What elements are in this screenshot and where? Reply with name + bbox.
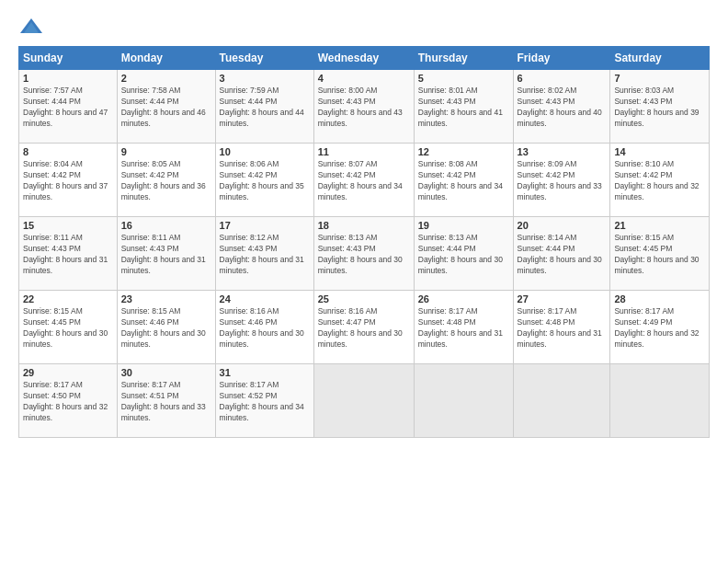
day-detail: Sunrise: 8:15 AMSunset: 4:45 PMDaylight:… [23,306,108,349]
day-number: 30 [121,367,211,378]
day-cell: 15Sunrise: 8:11 AMSunset: 4:43 PMDayligh… [19,217,118,291]
day-detail: Sunrise: 8:08 AMSunset: 4:42 PMDaylight:… [418,159,503,201]
day-detail: Sunrise: 8:01 AMSunset: 4:43 PMDaylight:… [418,86,503,128]
header-cell-sunday: Sunday [19,47,118,70]
day-detail: Sunrise: 8:17 AMSunset: 4:51 PMDaylight:… [121,380,206,422]
day-cell: 16Sunrise: 8:11 AMSunset: 4:43 PMDayligh… [117,217,215,291]
day-detail: Sunrise: 8:17 AMSunset: 4:49 PMDaylight:… [614,306,699,349]
day-cell: 27Sunrise: 8:17 AMSunset: 4:48 PMDayligh… [513,291,610,364]
day-detail: Sunrise: 8:17 AMSunset: 4:50 PMDaylight:… [23,380,108,422]
day-cell: 12Sunrise: 8:08 AMSunset: 4:42 PMDayligh… [414,144,513,217]
day-cell: 7Sunrise: 8:03 AMSunset: 4:43 PMDaylight… [610,70,710,144]
header [18,17,710,37]
day-detail: Sunrise: 8:00 AMSunset: 4:43 PMDaylight:… [318,86,403,128]
day-number: 27 [518,293,607,304]
day-cell: 25Sunrise: 8:16 AMSunset: 4:47 PMDayligh… [313,291,414,364]
header-row: SundayMondayTuesdayWednesdayThursdayFrid… [19,47,710,70]
week-row-4: 22Sunrise: 8:15 AMSunset: 4:45 PMDayligh… [19,291,710,364]
day-cell [610,364,710,438]
day-detail: Sunrise: 8:09 AMSunset: 4:42 PMDaylight:… [518,159,602,201]
day-cell: 20Sunrise: 8:14 AMSunset: 4:44 PMDayligh… [513,217,610,291]
day-cell: 11Sunrise: 8:07 AMSunset: 4:42 PMDayligh… [313,144,414,217]
day-detail: Sunrise: 8:13 AMSunset: 4:43 PMDaylight:… [318,233,403,275]
day-cell: 8Sunrise: 8:04 AMSunset: 4:42 PMDaylight… [19,144,118,217]
day-number: 31 [220,367,310,378]
day-number: 16 [121,220,211,231]
day-number: 12 [418,146,509,157]
calendar-page: SundayMondayTuesdayWednesdayThursdayFrid… [0,0,728,447]
day-detail: Sunrise: 8:03 AMSunset: 4:43 PMDaylight:… [614,86,699,128]
day-detail: Sunrise: 8:07 AMSunset: 4:42 PMDaylight:… [318,159,403,201]
week-row-1: 1Sunrise: 7:57 AMSunset: 4:44 PMDaylight… [19,70,710,144]
day-number: 15 [23,220,113,231]
day-detail: Sunrise: 7:58 AMSunset: 4:44 PMDaylight:… [121,86,206,128]
day-cell: 22Sunrise: 8:15 AMSunset: 4:45 PMDayligh… [19,291,118,364]
logo-icon [18,17,44,37]
day-cell: 6Sunrise: 8:02 AMSunset: 4:43 PMDaylight… [513,70,610,144]
day-cell: 13Sunrise: 8:09 AMSunset: 4:42 PMDayligh… [513,144,610,217]
day-detail: Sunrise: 8:16 AMSunset: 4:46 PMDaylight:… [220,306,304,349]
day-detail: Sunrise: 8:11 AMSunset: 4:43 PMDaylight:… [121,233,206,275]
day-detail: Sunrise: 7:59 AMSunset: 4:44 PMDaylight:… [220,86,304,128]
day-cell: 19Sunrise: 8:13 AMSunset: 4:44 PMDayligh… [414,217,513,291]
day-cell: 31Sunrise: 8:17 AMSunset: 4:52 PMDayligh… [215,364,313,438]
day-number: 2 [121,73,211,84]
header-cell-monday: Monday [117,47,215,70]
logo [18,17,48,37]
day-cell: 26Sunrise: 8:17 AMSunset: 4:48 PMDayligh… [414,291,513,364]
day-number: 13 [518,146,607,157]
day-cell [313,364,414,438]
calendar-table: SundayMondayTuesdayWednesdayThursdayFrid… [18,46,710,438]
day-number: 1 [23,73,113,84]
day-detail: Sunrise: 8:04 AMSunset: 4:42 PMDaylight:… [23,159,108,201]
day-cell: 23Sunrise: 8:15 AMSunset: 4:46 PMDayligh… [117,291,215,364]
week-row-3: 15Sunrise: 8:11 AMSunset: 4:43 PMDayligh… [19,217,710,291]
day-number: 19 [418,220,509,231]
day-detail: Sunrise: 8:10 AMSunset: 4:42 PMDaylight:… [614,159,699,201]
header-cell-saturday: Saturday [610,47,710,70]
day-detail: Sunrise: 8:02 AMSunset: 4:43 PMDaylight:… [518,86,602,128]
day-detail: Sunrise: 8:15 AMSunset: 4:45 PMDaylight:… [614,233,699,275]
day-cell: 9Sunrise: 8:05 AMSunset: 4:42 PMDaylight… [117,144,215,217]
day-cell: 17Sunrise: 8:12 AMSunset: 4:43 PMDayligh… [215,217,313,291]
day-detail: Sunrise: 8:15 AMSunset: 4:46 PMDaylight:… [121,306,206,349]
week-row-5: 29Sunrise: 8:17 AMSunset: 4:50 PMDayligh… [19,364,710,438]
day-number: 29 [23,367,113,378]
day-cell: 30Sunrise: 8:17 AMSunset: 4:51 PMDayligh… [117,364,215,438]
day-number: 6 [518,73,607,84]
day-number: 26 [418,293,509,304]
day-number: 25 [318,293,410,304]
day-detail: Sunrise: 8:14 AMSunset: 4:44 PMDaylight:… [518,233,602,275]
day-number: 17 [220,220,310,231]
day-detail: Sunrise: 8:16 AMSunset: 4:47 PMDaylight:… [318,306,403,349]
header-cell-wednesday: Wednesday [313,47,414,70]
day-cell: 3Sunrise: 7:59 AMSunset: 4:44 PMDaylight… [215,70,313,144]
day-detail: Sunrise: 8:17 AMSunset: 4:48 PMDaylight:… [518,306,602,349]
day-cell: 28Sunrise: 8:17 AMSunset: 4:49 PMDayligh… [610,291,710,364]
day-number: 8 [23,146,113,157]
day-detail: Sunrise: 8:11 AMSunset: 4:43 PMDaylight:… [23,233,108,275]
day-cell [414,364,513,438]
day-number: 9 [121,146,211,157]
day-detail: Sunrise: 8:06 AMSunset: 4:42 PMDaylight:… [220,159,304,201]
day-number: 21 [614,220,705,231]
day-detail: Sunrise: 8:05 AMSunset: 4:42 PMDaylight:… [121,159,206,201]
day-number: 10 [220,146,310,157]
header-cell-tuesday: Tuesday [215,47,313,70]
day-number: 18 [318,220,410,231]
header-cell-friday: Friday [513,47,610,70]
day-cell: 29Sunrise: 8:17 AMSunset: 4:50 PMDayligh… [19,364,118,438]
day-number: 5 [418,73,509,84]
day-number: 3 [220,73,310,84]
day-number: 24 [220,293,310,304]
day-detail: Sunrise: 8:12 AMSunset: 4:43 PMDaylight:… [220,233,304,275]
day-detail: Sunrise: 8:13 AMSunset: 4:44 PMDaylight:… [418,233,503,275]
day-number: 4 [318,73,410,84]
day-cell: 1Sunrise: 7:57 AMSunset: 4:44 PMDaylight… [19,70,118,144]
day-cell: 5Sunrise: 8:01 AMSunset: 4:43 PMDaylight… [414,70,513,144]
calendar-body: 1Sunrise: 7:57 AMSunset: 4:44 PMDaylight… [19,70,710,438]
day-number: 14 [614,146,705,157]
day-number: 28 [614,293,705,304]
day-number: 7 [614,73,705,84]
day-number: 22 [23,293,113,304]
